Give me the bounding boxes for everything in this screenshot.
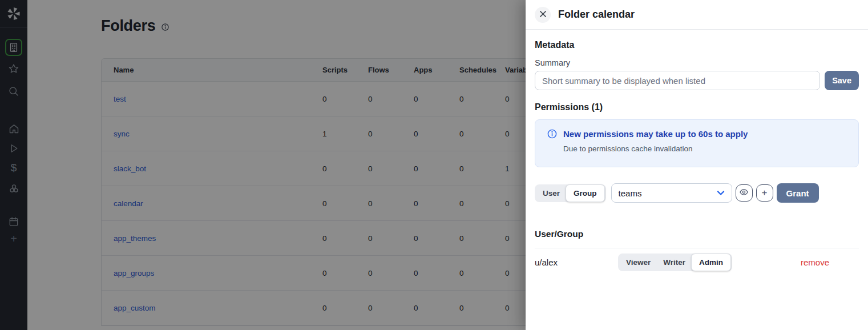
chevron-down-icon	[715, 187, 726, 199]
remove-link[interactable]: remove	[801, 257, 829, 267]
scope-option-group[interactable]: Group	[566, 184, 605, 202]
banner-top: New permissions may take up to 60s to ap…	[547, 128, 847, 139]
role-option-viewer[interactable]: Viewer	[620, 255, 657, 269]
permissions-banner: New permissions may take up to 60s to ap…	[535, 119, 859, 167]
summary-label: Summary	[535, 58, 859, 67]
grant-button[interactable]: Grant	[777, 183, 819, 203]
eye-icon	[739, 187, 749, 199]
preview-button[interactable]	[736, 184, 753, 202]
banner-title: New permissions may take up to 60s to ap…	[563, 129, 748, 139]
target-select[interactable]: teams	[611, 183, 732, 203]
role-option-admin[interactable]: Admin	[691, 253, 731, 271]
role-toggle: Viewer Writer Admin	[618, 253, 732, 271]
drawer-title: Folder calendar	[558, 9, 635, 21]
target-select-value: teams	[619, 188, 642, 198]
role-option-writer[interactable]: Writer	[657, 255, 692, 269]
folder-drawer: Folder calendar Metadata Summary Save Pe…	[526, 0, 868, 330]
close-button[interactable]	[535, 7, 551, 23]
info-icon	[547, 128, 558, 139]
scope-option-user[interactable]: User	[536, 186, 566, 200]
banner-subtitle: Due to permissions cache invalidation	[563, 144, 847, 153]
entry-name: u/alex	[535, 257, 618, 267]
grant-controls-row: User Group teams	[535, 183, 859, 203]
scope-toggle: User Group	[535, 184, 606, 202]
list-divider	[535, 248, 859, 248]
permission-entry-row: u/alex Viewer Writer Admin remove	[535, 253, 859, 271]
drawer-body: Metadata Summary Save Permissions (1) Ne…	[526, 30, 868, 280]
summary-row: Save	[535, 71, 859, 90]
metadata-heading: Metadata	[535, 40, 859, 50]
close-icon	[539, 10, 547, 19]
add-button[interactable]: +	[756, 184, 773, 202]
summary-input[interactable]	[535, 71, 820, 90]
permissions-heading: Permissions (1)	[535, 102, 859, 112]
save-button[interactable]: Save	[825, 71, 859, 90]
plus-icon: +	[762, 188, 768, 198]
user-group-heading: User/Group	[535, 229, 859, 239]
drawer-header: Folder calendar	[526, 0, 868, 30]
